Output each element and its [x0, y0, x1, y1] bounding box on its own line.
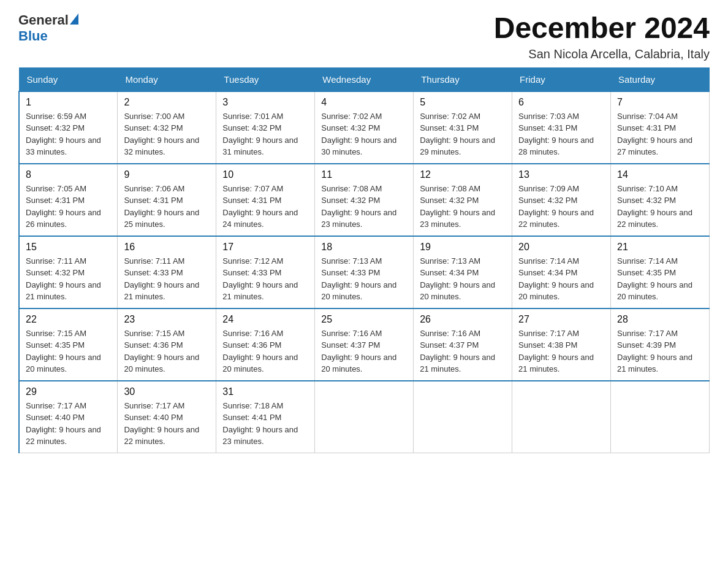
calendar-cell	[414, 381, 512, 453]
calendar-cell: 28Sunrise: 7:17 AMSunset: 4:39 PMDayligh…	[611, 308, 710, 381]
day-number: 19	[420, 242, 506, 253]
day-number: 24	[222, 314, 308, 325]
calendar-week-row: 8Sunrise: 7:05 AMSunset: 4:31 PMDaylight…	[19, 164, 710, 236]
day-number: 25	[321, 314, 407, 325]
day-info: Sunrise: 7:00 AMSunset: 4:32 PMDaylight:…	[124, 110, 210, 158]
day-info: Sunrise: 6:59 AMSunset: 4:32 PMDaylight:…	[26, 110, 111, 158]
calendar-cell: 17Sunrise: 7:12 AMSunset: 4:33 PMDayligh…	[216, 236, 315, 308]
day-info: Sunrise: 7:02 AMSunset: 4:32 PMDaylight:…	[321, 110, 407, 158]
day-number: 7	[617, 97, 703, 108]
day-number: 5	[420, 97, 506, 108]
calendar-cell: 10Sunrise: 7:07 AMSunset: 4:31 PMDayligh…	[216, 164, 315, 236]
calendar-cell: 31Sunrise: 7:18 AMSunset: 4:41 PMDayligh…	[216, 381, 315, 453]
day-info: Sunrise: 7:09 AMSunset: 4:32 PMDaylight:…	[518, 183, 604, 231]
calendar-cell: 27Sunrise: 7:17 AMSunset: 4:38 PMDayligh…	[512, 308, 611, 381]
day-number: 10	[222, 169, 308, 180]
calendar-cell: 7Sunrise: 7:04 AMSunset: 4:31 PMDaylight…	[611, 91, 710, 164]
day-number: 16	[124, 242, 210, 253]
day-number: 6	[518, 97, 604, 108]
calendar-cell: 24Sunrise: 7:16 AMSunset: 4:36 PMDayligh…	[216, 308, 315, 381]
calendar-cell: 14Sunrise: 7:10 AMSunset: 4:32 PMDayligh…	[611, 164, 710, 236]
calendar-cell: 20Sunrise: 7:14 AMSunset: 4:34 PMDayligh…	[512, 236, 611, 308]
calendar-cell: 11Sunrise: 7:08 AMSunset: 4:32 PMDayligh…	[315, 164, 414, 236]
day-info: Sunrise: 7:11 AMSunset: 4:32 PMDaylight:…	[26, 255, 111, 303]
logo: General Blue	[18, 12, 78, 44]
day-number: 29	[26, 386, 111, 397]
day-number: 21	[617, 242, 703, 253]
day-info: Sunrise: 7:17 AMSunset: 4:38 PMDaylight:…	[518, 327, 604, 375]
day-info: Sunrise: 7:08 AMSunset: 4:32 PMDaylight:…	[321, 183, 407, 231]
day-number: 28	[617, 314, 703, 325]
day-number: 11	[321, 169, 407, 180]
calendar-cell: 25Sunrise: 7:16 AMSunset: 4:37 PMDayligh…	[315, 308, 414, 381]
day-number: 1	[26, 97, 111, 108]
day-info: Sunrise: 7:16 AMSunset: 4:36 PMDaylight:…	[222, 327, 308, 375]
calendar-table: SundayMondayTuesdayWednesdayThursdayFrid…	[18, 67, 710, 453]
calendar-cell	[512, 381, 611, 453]
calendar-cell: 15Sunrise: 7:11 AMSunset: 4:32 PMDayligh…	[19, 236, 118, 308]
calendar-week-row: 29Sunrise: 7:17 AMSunset: 4:40 PMDayligh…	[19, 381, 710, 453]
day-info: Sunrise: 7:03 AMSunset: 4:31 PMDaylight:…	[518, 110, 604, 158]
day-info: Sunrise: 7:15 AMSunset: 4:35 PMDaylight:…	[26, 327, 111, 375]
calendar-cell: 22Sunrise: 7:15 AMSunset: 4:35 PMDayligh…	[19, 308, 118, 381]
day-of-week-header-saturday: Saturday	[611, 67, 710, 91]
calendar-cell: 12Sunrise: 7:08 AMSunset: 4:32 PMDayligh…	[414, 164, 512, 236]
day-info: Sunrise: 7:02 AMSunset: 4:31 PMDaylight:…	[420, 110, 506, 158]
calendar-cell: 18Sunrise: 7:13 AMSunset: 4:33 PMDayligh…	[315, 236, 414, 308]
day-number: 2	[124, 97, 210, 108]
calendar-cell: 8Sunrise: 7:05 AMSunset: 4:31 PMDaylight…	[19, 164, 118, 236]
day-info: Sunrise: 7:12 AMSunset: 4:33 PMDaylight:…	[222, 255, 308, 303]
day-info: Sunrise: 7:05 AMSunset: 4:31 PMDaylight:…	[26, 183, 111, 231]
day-number: 22	[26, 314, 111, 325]
title-block: December 2024 San Nicola Arcella, Calabr…	[494, 12, 710, 61]
calendar-cell: 4Sunrise: 7:02 AMSunset: 4:32 PMDaylight…	[315, 91, 414, 164]
header: General Blue December 2024 San Nicola Ar…	[18, 12, 710, 61]
day-info: Sunrise: 7:13 AMSunset: 4:33 PMDaylight:…	[321, 255, 407, 303]
day-number: 27	[518, 314, 604, 325]
day-number: 20	[518, 242, 604, 253]
day-info: Sunrise: 7:04 AMSunset: 4:31 PMDaylight:…	[617, 110, 703, 158]
day-info: Sunrise: 7:13 AMSunset: 4:34 PMDaylight:…	[420, 255, 506, 303]
calendar-cell: 16Sunrise: 7:11 AMSunset: 4:33 PMDayligh…	[118, 236, 216, 308]
calendar-cell	[611, 381, 710, 453]
calendar-cell: 1Sunrise: 6:59 AMSunset: 4:32 PMDaylight…	[19, 91, 118, 164]
day-number: 18	[321, 242, 407, 253]
day-info: Sunrise: 7:08 AMSunset: 4:32 PMDaylight:…	[420, 183, 506, 231]
calendar-header-row: SundayMondayTuesdayWednesdayThursdayFrid…	[19, 67, 710, 91]
day-info: Sunrise: 7:15 AMSunset: 4:36 PMDaylight:…	[124, 327, 210, 375]
day-number: 12	[420, 169, 506, 180]
day-info: Sunrise: 7:10 AMSunset: 4:32 PMDaylight:…	[617, 183, 703, 231]
calendar-cell: 2Sunrise: 7:00 AMSunset: 4:32 PMDaylight…	[118, 91, 216, 164]
day-number: 30	[124, 386, 210, 397]
day-of-week-header-wednesday: Wednesday	[315, 67, 414, 91]
location-subtitle: San Nicola Arcella, Calabria, Italy	[494, 47, 710, 61]
day-of-week-header-tuesday: Tuesday	[216, 67, 315, 91]
day-info: Sunrise: 7:14 AMSunset: 4:34 PMDaylight:…	[518, 255, 604, 303]
day-number: 14	[617, 169, 703, 180]
day-info: Sunrise: 7:17 AMSunset: 4:40 PMDaylight:…	[26, 400, 111, 448]
day-of-week-header-monday: Monday	[118, 67, 216, 91]
day-info: Sunrise: 7:16 AMSunset: 4:37 PMDaylight:…	[420, 327, 506, 375]
day-info: Sunrise: 7:16 AMSunset: 4:37 PMDaylight:…	[321, 327, 407, 375]
day-info: Sunrise: 7:17 AMSunset: 4:39 PMDaylight:…	[617, 327, 703, 375]
day-info: Sunrise: 7:14 AMSunset: 4:35 PMDaylight:…	[617, 255, 703, 303]
day-number: 31	[222, 386, 308, 397]
day-of-week-header-sunday: Sunday	[19, 67, 118, 91]
month-title: December 2024	[494, 12, 710, 45]
calendar-week-row: 15Sunrise: 7:11 AMSunset: 4:32 PMDayligh…	[19, 236, 710, 308]
calendar-cell: 23Sunrise: 7:15 AMSunset: 4:36 PMDayligh…	[118, 308, 216, 381]
day-number: 17	[222, 242, 308, 253]
calendar-cell: 19Sunrise: 7:13 AMSunset: 4:34 PMDayligh…	[414, 236, 512, 308]
day-info: Sunrise: 7:17 AMSunset: 4:40 PMDaylight:…	[124, 400, 210, 448]
calendar-cell	[315, 381, 414, 453]
logo-general-text: General	[18, 12, 69, 28]
logo-triangle-icon	[70, 13, 78, 25]
calendar-cell: 13Sunrise: 7:09 AMSunset: 4:32 PMDayligh…	[512, 164, 611, 236]
day-info: Sunrise: 7:07 AMSunset: 4:31 PMDaylight:…	[222, 183, 308, 231]
calendar-cell: 30Sunrise: 7:17 AMSunset: 4:40 PMDayligh…	[118, 381, 216, 453]
calendar-cell: 9Sunrise: 7:06 AMSunset: 4:31 PMDaylight…	[118, 164, 216, 236]
calendar-cell: 29Sunrise: 7:17 AMSunset: 4:40 PMDayligh…	[19, 381, 118, 453]
calendar-cell: 21Sunrise: 7:14 AMSunset: 4:35 PMDayligh…	[611, 236, 710, 308]
calendar-cell: 5Sunrise: 7:02 AMSunset: 4:31 PMDaylight…	[414, 91, 512, 164]
day-number: 23	[124, 314, 210, 325]
